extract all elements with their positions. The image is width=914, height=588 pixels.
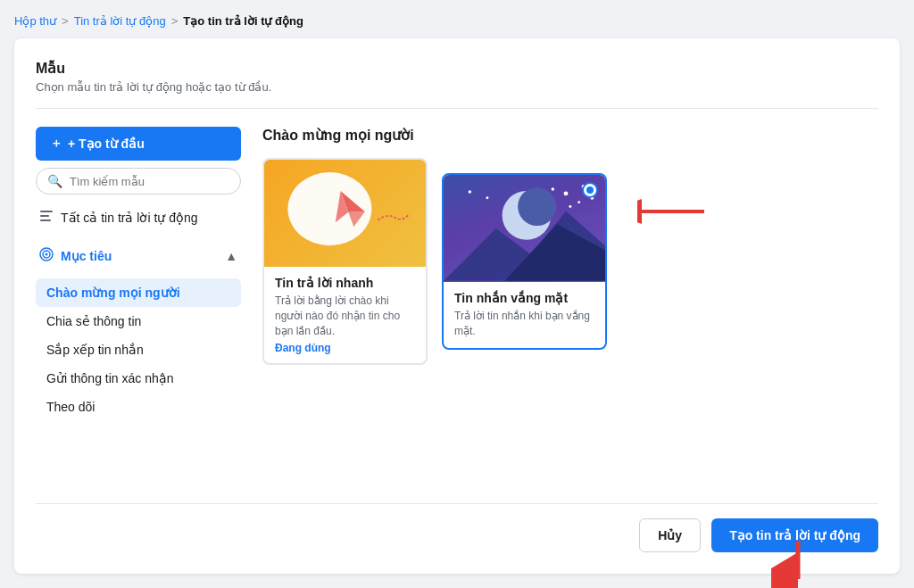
search-icon: 🔍: [47, 174, 62, 188]
divider: [36, 108, 878, 109]
breadcrumb: Hộp thư > Tin trả lời tự động > Tạo tin …: [14, 14, 900, 28]
template-badge-quick: Đang dùng: [275, 342, 415, 354]
create-from-scratch-button[interactable]: ＋ + Tạo từ đầu: [36, 127, 241, 161]
search-input[interactable]: [70, 175, 229, 188]
section-label: Mục tiêu: [61, 249, 112, 263]
template-section-label: Chào mừng mọi người: [262, 127, 878, 144]
svg-point-14: [564, 192, 569, 196]
arrow-down-svg: [771, 536, 825, 588]
svg-point-5: [46, 253, 48, 256]
plus-icon: ＋: [50, 136, 62, 152]
template-card-away[interactable]: Tin nhắn vắng mặt Trả lời tin nhắn khi b…: [442, 173, 607, 350]
quick-reply-illustration: [264, 160, 426, 267]
away-message-illustration: [444, 175, 605, 282]
template-name-away: Tin nhắn vắng mặt: [454, 291, 594, 305]
template-info-away: Tin nhắn vắng mặt Trả lời tin nhắn khi b…: [444, 282, 605, 348]
main-content: Chào mừng mọi người: [262, 127, 878, 468]
footer: Hủy Tạo tin trả lời tự động: [36, 503, 878, 552]
breadcrumb-current: Tạo tin trả lời tự động: [183, 14, 303, 28]
nav-item-3[interactable]: Gửi thông tin xác nhận: [36, 364, 241, 393]
all-templates-item[interactable]: Tất cả tin trả lời tự động: [36, 202, 241, 233]
svg-point-13: [518, 187, 556, 226]
template-thumb-quick: [264, 160, 426, 267]
breadcrumb-sep-1: >: [62, 14, 69, 28]
svg-rect-1: [40, 215, 49, 217]
nav-items: Chào mừng mọi người Chia sẻ thông tin Sắ…: [36, 278, 241, 421]
template-thumb-away: [444, 175, 605, 282]
cancel-button[interactable]: Hủy: [639, 518, 701, 552]
template-desc-away: Trả lời tin nhắn khi bạn vắng mặt.: [454, 309, 594, 339]
svg-rect-0: [40, 211, 53, 212]
all-templates-label: Tất cả tin trả lời tự động: [61, 211, 198, 225]
nav-item-4[interactable]: Theo dõi: [36, 393, 241, 421]
content-area: ＋ + Tạo từ đầu 🔍 Tất cả tin: [36, 127, 878, 468]
templates-row: Tin trả lời nhanh Trả lời bằng lời chào …: [262, 158, 878, 365]
chevron-up-icon: ▲: [225, 249, 237, 263]
main-card: Mẫu Chọn mẫu tin trả lời tự động hoặc tạ…: [14, 38, 900, 574]
template-card-quick-reply[interactable]: Tin trả lời nhanh Trả lời bằng lời chào …: [262, 158, 428, 365]
svg-point-20: [469, 191, 472, 195]
section-header-muc-tieu[interactable]: Mục tiêu ▲: [36, 240, 241, 271]
breadcrumb-sep-2: >: [171, 14, 179, 28]
sidebar: ＋ + Tạo từ đầu 🔍 Tất cả tin: [36, 127, 241, 468]
target-icon: [39, 247, 54, 264]
template-desc-quick: Trả lời bằng lời chào khi người nào đó n…: [275, 294, 415, 338]
nav-item-2[interactable]: Sắp xếp tin nhắn: [36, 335, 241, 364]
all-auto-icon: [39, 209, 54, 226]
breadcrumb-tin-tra-loi[interactable]: Tin trả lời tự động: [74, 14, 166, 28]
svg-point-19: [569, 205, 571, 208]
card-title: Mẫu: [36, 60, 878, 77]
arrow-right-svg: [637, 194, 709, 229]
nav-item-1[interactable]: Chia sẻ thông tin: [36, 307, 241, 335]
template-info-quick: Tin trả lời nhanh Trả lời bằng lời chào …: [264, 267, 426, 363]
svg-point-18: [552, 188, 555, 192]
arrow-right-annotation: [637, 194, 709, 233]
svg-point-21: [486, 197, 488, 200]
nav-item-0[interactable]: Chào mừng mọi người: [36, 278, 241, 307]
search-box: 🔍: [36, 168, 241, 195]
arrow-down-annotation: [771, 536, 825, 588]
svg-point-16: [577, 202, 580, 204]
svg-rect-2: [40, 219, 51, 221]
template-name-quick: Tin trả lời nhanh: [275, 276, 415, 290]
breadcrumb-hop-thu[interactable]: Hộp thư: [14, 14, 56, 28]
card-subtitle: Chọn mẫu tin trả lời tự động hoặc tạo từ…: [36, 80, 878, 94]
